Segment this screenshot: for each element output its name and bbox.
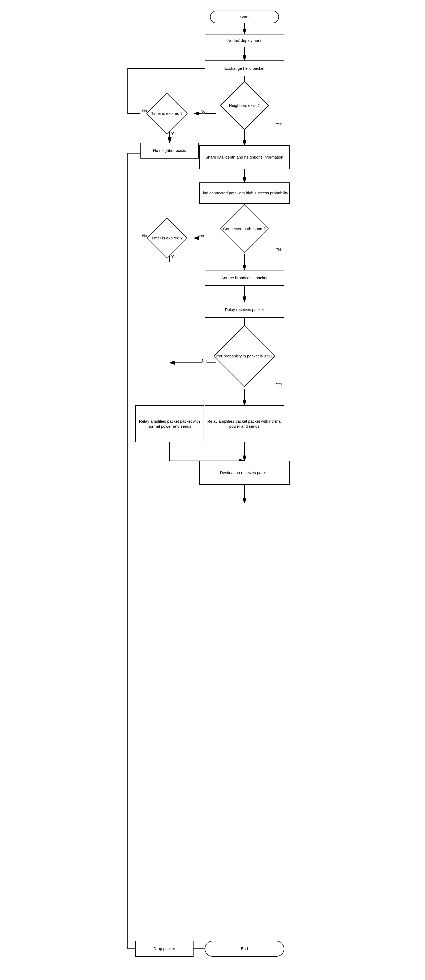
start-label: Start (240, 14, 249, 20)
nodes-deployment-label: Nodes' deployment (227, 38, 262, 43)
neighbors-exist-diamond: Neighbors exist ? (212, 82, 276, 129)
source-broadcasts-node: Source broadcasts packet (205, 270, 284, 286)
yes-label-neighbors: Yes (276, 122, 282, 126)
no-neighbor-node: No neighbor exists (141, 143, 199, 159)
end-label: End (241, 946, 248, 951)
yes-label-timer1: Yes (171, 132, 177, 136)
relay-amplifies-yes-node: Relay amplifies packet packet with norma… (205, 405, 284, 442)
exchange-hello-label: Exchange hello packet (224, 66, 264, 71)
source-broadcasts-label: Source broadcasts packet (221, 275, 267, 280)
relay-amplifies-no-label: Relay amplifies packet packet with norma… (136, 419, 204, 429)
yes-label-connpath: Yes (276, 247, 282, 251)
find-path-node: Find connected path with high success pr… (199, 183, 289, 204)
no-label-timer2: No (142, 233, 147, 237)
yes-label-error: Yes (276, 382, 282, 386)
start-node: Start (210, 11, 279, 23)
no-label-error: No (202, 358, 207, 363)
share-ids-node: Share IDs, depth and neighbor's informat… (199, 145, 289, 169)
connected-path-diamond: Connected path found ? (211, 204, 278, 254)
end-node: End (205, 941, 284, 957)
no-neighbor-label: No neighbor exists (153, 148, 186, 153)
destination-receives-label: Destination receives packet (220, 470, 268, 476)
find-path-label: Find connected path with high success pr… (200, 190, 288, 196)
timer-expired-2-diamond: Timer is expired ? (141, 217, 193, 259)
exchange-hello-node: Exchange hello packet (205, 60, 284, 76)
no-label-neighbors: No (201, 109, 206, 113)
drop-packet-node: Drop packet (135, 941, 193, 957)
no-label-connpath: No (199, 234, 204, 238)
timer-expired-1-diamond: Timer is expired ? (141, 92, 193, 135)
drop-packet-label: Drop packet (153, 946, 175, 951)
destination-receives-node: Destination receives packet (199, 461, 289, 485)
relay-amplifies-yes-label: Relay amplifies packet packet with norma… (205, 419, 284, 429)
no-label-timer1: No (142, 109, 147, 113)
relay-receives-node: Relay receives packet (205, 302, 284, 318)
yes-label-timer2: Yes (171, 255, 177, 259)
relay-amplifies-no-node: Relay amplifies packet packet with norma… (135, 405, 204, 442)
flowchart: Start Nodes' deployment Exchange hello p… (112, 5, 313, 960)
share-ids-label: Share IDs, depth and neighbor's informat… (206, 154, 283, 160)
relay-receives-label: Relay receives packet (225, 307, 264, 312)
error-probability-diamond: Error probability in packet is ≤ 50% (206, 323, 283, 389)
nodes-deployment-node: Nodes' deployment (205, 34, 284, 47)
